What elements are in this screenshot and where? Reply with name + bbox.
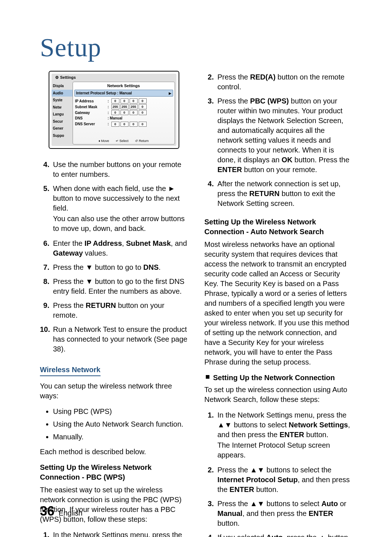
right-steps: 2. Press the RED(A) button on the remote…	[204, 72, 352, 208]
subnet-octet: 255	[111, 104, 119, 109]
footer-select: ↵ Select	[116, 139, 129, 143]
step-text: Press the PBC (WPS) button on your route…	[217, 96, 352, 175]
square-bullet-icon	[206, 375, 209, 379]
dns-server-label: DNS Server	[75, 122, 106, 127]
right-column: 2. Press the RED(A) button on the remote…	[204, 71, 352, 537]
step-number: 4.	[40, 160, 53, 179]
subnet-row: Subnet Mask : 255 255 255 0	[73, 104, 175, 110]
ip-octet: 0	[139, 98, 147, 103]
page-title: Setup	[40, 33, 352, 63]
wireless-outro: Each method is described below.	[40, 447, 188, 457]
step-number: 4.	[204, 179, 217, 208]
dns-octet: 0	[139, 122, 147, 127]
step-text: When done with each field, use the ► but…	[53, 184, 188, 213]
step-number: 8.	[40, 277, 53, 296]
auto-intro: To set up the wireless connection using …	[204, 385, 352, 404]
step-text: If you selected Auto, press the ▲ button…	[217, 533, 352, 537]
step-text: Press the ▲▼ buttons to select the Inter…	[217, 465, 352, 495]
panel-sidebar: Displa Audio Syste Netw Langu Secur Gene…	[52, 81, 73, 146]
chevron-right-icon: ▶	[169, 91, 171, 95]
sidebar-item: Secur	[52, 118, 73, 125]
step-number: 3.	[204, 499, 217, 528]
sidebar-item: Syste	[52, 97, 73, 104]
wireless-methods: Using PBC (WPS) Using the Auto Network S…	[40, 407, 188, 442]
sidebar-item: Suppo	[52, 132, 73, 139]
gateway-label: Gateway	[75, 110, 106, 115]
settings-screenshot: ⚙ Settings Displa Audio Syste Netw Langu…	[49, 71, 179, 149]
gateway-octet: 0	[121, 110, 128, 115]
subnet-octet: 255	[121, 104, 128, 109]
sidebar-item: Langu	[52, 111, 73, 118]
dns-server-row: DNS Server : 0 0 0 0	[73, 121, 175, 127]
step-number: 3.	[204, 96, 217, 175]
step-number: 2.	[204, 465, 217, 495]
step-number: 7.	[40, 263, 53, 272]
dns-octet: 0	[121, 122, 128, 127]
gear-icon: ⚙	[55, 75, 59, 80]
step-text: In the Network Settings menu, press the …	[53, 530, 188, 537]
step-number: 2.	[204, 72, 217, 92]
panel-header: ⚙ Settings	[52, 74, 176, 81]
step-number: 1.	[40, 530, 53, 537]
step-text: In the Network Settings menu, press the …	[217, 410, 352, 461]
step-text: Enter the IP Address, Subnet Mask, and G…	[53, 239, 188, 258]
page-number: 36	[40, 504, 54, 518]
subnet-octet: 255	[130, 104, 138, 109]
step-text: Press the RETURN button on your remote.	[53, 301, 188, 320]
sidebar-item: Audio	[52, 90, 73, 97]
dns-octet: 0	[130, 122, 138, 127]
page-footer: 36 English	[40, 504, 82, 519]
step-text: After the network connection is set up, …	[217, 179, 352, 208]
ip-octet: 0	[130, 98, 138, 103]
dns-label: DNS	[75, 116, 106, 121]
footer-move: ♦ Move	[98, 139, 109, 143]
ip-octet: 0	[111, 98, 119, 103]
subnet-label: Subnet Mask	[75, 105, 106, 110]
list-item: Manually.	[53, 432, 188, 442]
dialog-footer: ♦ Move ↵ Select ↺ Return	[73, 139, 175, 143]
step-text: Press the ▼ button to go to the first DN…	[53, 277, 188, 296]
gateway-octet: 0	[130, 110, 138, 115]
dns-row: DNS : Manual	[73, 115, 175, 121]
step-text: Press the ▲▼ buttons to select Auto or M…	[217, 499, 352, 528]
step-number: 5.	[40, 184, 53, 234]
pbc-heading: Setting Up the Wireless Network Connecti…	[40, 463, 188, 482]
ip-label: IP Address	[75, 99, 106, 104]
step-text: Use the number buttons on your remote to…	[53, 160, 188, 179]
ip-octet: 0	[121, 98, 128, 103]
panel-header-label: Settings	[60, 75, 76, 80]
step-text: Press the RED(A) button on the remote co…	[217, 72, 352, 92]
auto-heading: Setting Up the Wireless Network Connecti…	[204, 217, 352, 237]
pbc-steps: 1. In the Network Settings menu, press t…	[40, 530, 188, 537]
step-number: 1.	[204, 410, 217, 461]
steps-list: 4. Use the number buttons on your remote…	[40, 160, 188, 354]
sidebar-item: Displa	[52, 82, 73, 90]
setup-conn-heading: Setting Up the Network Connection	[206, 373, 352, 383]
step-text: You can also use the other arrow buttons…	[53, 214, 188, 233]
dialog-title: Network Settings	[73, 82, 175, 90]
page-language: English	[59, 509, 83, 517]
network-settings-dialog: Network Settings Internet Protocol Setup…	[73, 82, 175, 145]
step-number: 10.	[40, 325, 53, 354]
subnet-octet: 0	[139, 104, 147, 109]
list-item: Using the Auto Network Search function.	[53, 419, 188, 429]
step-text: Run a Network Test to ensure the product…	[53, 325, 188, 354]
gateway-row: Gateway : 0 0 0 0	[73, 110, 175, 115]
step-number: 4.	[204, 533, 217, 537]
dns-octet: 0	[111, 122, 119, 127]
ips-label: Internet Protocol Setup : Manual	[76, 91, 132, 96]
gateway-octet: 0	[111, 110, 119, 115]
gateway-octet: 0	[139, 110, 147, 115]
wireless-heading: Wireless Network	[40, 365, 101, 376]
sidebar-item: Gener	[52, 125, 73, 132]
step-number: 9.	[40, 301, 53, 320]
ip-row: IP Address : 0 0 0 0	[73, 98, 175, 104]
footer-return: ↺ Return	[135, 139, 149, 143]
wireless-intro: You can setup the wireless network three…	[40, 381, 188, 401]
step-number: 6.	[40, 239, 53, 258]
dns-value: : Manual	[108, 116, 123, 121]
sidebar-item: Netw	[52, 104, 73, 111]
left-column: ⚙ Settings Displa Audio Syste Netw Langu…	[40, 71, 188, 537]
step-text: Press the ▼ button to go to DNS.	[53, 263, 188, 272]
auto-steps: 1. In the Network Settings menu, press t…	[204, 410, 352, 537]
